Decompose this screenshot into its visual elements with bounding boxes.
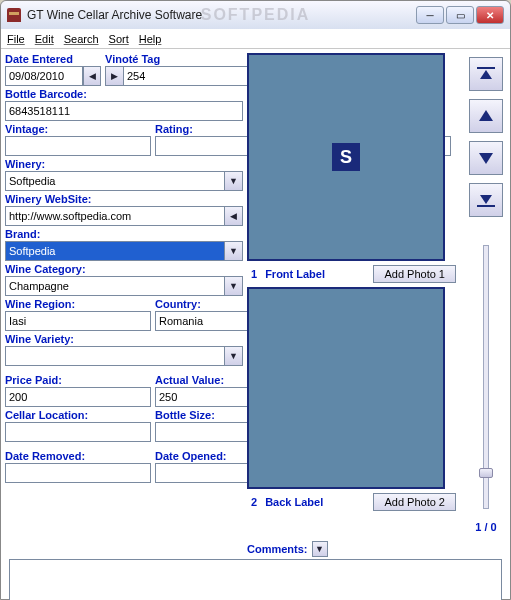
- brand-input[interactable]: [5, 241, 225, 261]
- winery-website-go-button[interactable]: ◀: [225, 206, 243, 226]
- maximize-button[interactable]: ▭: [446, 6, 474, 24]
- price-paid-input[interactable]: [5, 387, 151, 407]
- vintage-label: Vintage:: [5, 123, 151, 135]
- wine-region-input[interactable]: [5, 311, 151, 331]
- menu-help[interactable]: Help: [139, 33, 162, 45]
- svg-marker-3: [479, 153, 493, 164]
- wine-region-label: Wine Region:: [5, 298, 151, 310]
- titlebar[interactable]: GT Wine Cellar Archive Software SOFTPEDI…: [1, 1, 510, 29]
- add-photo-2-button[interactable]: Add Photo 2: [373, 493, 456, 511]
- svg-marker-2: [479, 110, 493, 121]
- menubar: File Edit Search Sort Help: [1, 29, 510, 49]
- date-removed-label: Date Removed:: [5, 450, 151, 462]
- last-record-button[interactable]: [469, 183, 503, 217]
- close-button[interactable]: ✕: [476, 6, 504, 24]
- wine-variety-label: Wine Variety:: [5, 333, 243, 345]
- bottle-barcode-label: Bottle Barcode:: [5, 88, 243, 100]
- vintage-input[interactable]: [5, 136, 151, 156]
- form-column: Date Entered ◀ Vinoté Tag ▶ Bottle Barco…: [5, 53, 243, 537]
- app-window: GT Wine Cellar Archive Software SOFTPEDI…: [0, 0, 511, 600]
- winery-label: Winery:: [5, 158, 243, 170]
- minimize-button[interactable]: ─: [416, 6, 444, 24]
- vinote-tag-label: Vinoté Tag: [105, 53, 269, 65]
- svg-rect-5: [477, 205, 495, 207]
- svg-rect-0: [477, 67, 495, 69]
- next-record-button[interactable]: [469, 141, 503, 175]
- front-label-photo[interactable]: S: [247, 53, 445, 261]
- record-counter: 1 / 0: [475, 521, 496, 533]
- wine-variety-dropdown-button[interactable]: ▼: [225, 346, 243, 366]
- app-icon: [7, 8, 21, 22]
- bottle-barcode-input[interactable]: [5, 101, 243, 121]
- svg-marker-1: [480, 70, 492, 79]
- image-column: S 1 Front Label Add Photo 1 2 Back Label…: [247, 53, 462, 537]
- date-prev-button[interactable]: ◀: [83, 66, 101, 86]
- cellar-location-label: Cellar Location:: [5, 409, 151, 421]
- comments-dropdown-button[interactable]: ▼: [312, 541, 328, 557]
- record-slider[interactable]: [483, 245, 489, 509]
- menu-sort[interactable]: Sort: [109, 33, 129, 45]
- prev-record-button[interactable]: [469, 99, 503, 133]
- nav-column: 1 / 0: [466, 53, 506, 537]
- back-label-photo[interactable]: [247, 287, 445, 489]
- price-paid-label: Price Paid:: [5, 374, 151, 386]
- brand-dropdown-button[interactable]: ▼: [225, 241, 243, 261]
- menu-search[interactable]: Search: [64, 33, 99, 45]
- cellar-location-input[interactable]: [5, 422, 151, 442]
- back-label-caption: Back Label: [265, 496, 323, 508]
- date-removed-input[interactable]: [5, 463, 151, 483]
- winery-website-label: Winery WebSite:: [5, 193, 243, 205]
- back-label-index: 2: [251, 496, 257, 508]
- date-entered-label: Date Entered: [5, 53, 101, 65]
- first-record-button[interactable]: [469, 57, 503, 91]
- brand-label: Brand:: [5, 228, 243, 240]
- window-title: GT Wine Cellar Archive Software: [27, 8, 202, 22]
- wine-category-label: Wine Category:: [5, 263, 243, 275]
- front-label-caption: Front Label: [265, 268, 325, 280]
- wine-category-input[interactable]: [5, 276, 225, 296]
- comments-textarea[interactable]: [9, 559, 502, 600]
- winery-dropdown-button[interactable]: ▼: [225, 171, 243, 191]
- placeholder-logo-icon: S: [332, 143, 360, 171]
- winery-input[interactable]: [5, 171, 225, 191]
- wine-category-dropdown-button[interactable]: ▼: [225, 276, 243, 296]
- winery-website-input[interactable]: [5, 206, 225, 226]
- date-next-button[interactable]: ▶: [105, 66, 123, 86]
- menu-file[interactable]: File: [7, 33, 25, 45]
- date-entered-input[interactable]: [5, 66, 83, 86]
- menu-edit[interactable]: Edit: [35, 33, 54, 45]
- front-label-index: 1: [251, 268, 257, 280]
- watermark-text: SOFTPEDIA: [201, 6, 311, 24]
- wine-variety-input[interactable]: [5, 346, 225, 366]
- svg-marker-4: [480, 195, 492, 204]
- add-photo-1-button[interactable]: Add Photo 1: [373, 265, 456, 283]
- comments-label: Comments:: [247, 543, 308, 555]
- slider-thumb-icon[interactable]: [479, 468, 493, 478]
